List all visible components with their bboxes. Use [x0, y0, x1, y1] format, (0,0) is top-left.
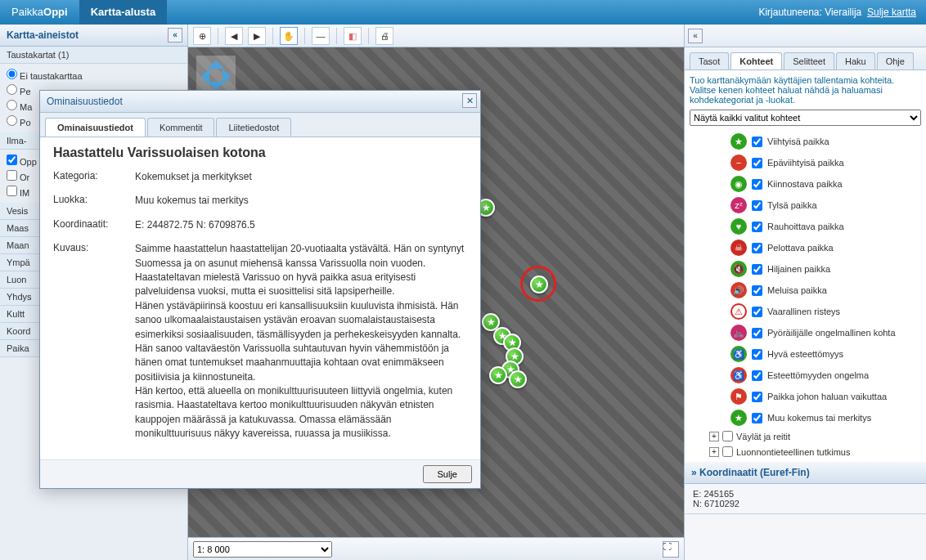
map-marker[interactable] [509, 370, 527, 388]
history-fwd-button[interactable]: ▶ [248, 27, 266, 45]
maximize-button[interactable]: ⛶ [663, 541, 679, 558]
category-list: ★Viihtyisä paikka−Epäviihtyisä paikka◉Ki… [690, 131, 921, 428]
history-back-button[interactable]: ◀ [225, 27, 243, 45]
tree-toggle[interactable]: + [709, 432, 719, 441]
dialog-tab-0[interactable]: Ominaisuustiedot [45, 118, 146, 137]
tree-toggle[interactable]: + [709, 447, 719, 457]
pan-up-arrow[interactable] [208, 52, 224, 69]
tree-item: +Luonnontieteellinen tutkimus [690, 444, 921, 459]
category-icon: ◉ [730, 176, 747, 192]
category-checkbox[interactable] [752, 328, 762, 338]
zoom-extent-button[interactable]: ⊕ [193, 27, 211, 45]
category-checkbox[interactable] [752, 243, 762, 253]
category-item: ★Muu kokemus tai merkitys [690, 407, 921, 428]
top-bar: PaikkaOppi Kartta-alusta Kirjautuneena: … [0, 0, 926, 25]
category-item: ♿Hyvä esteettömyys [690, 343, 921, 365]
category-checkbox[interactable] [752, 349, 762, 360]
targets-select[interactable]: Näytä kaikki valitut kohteet [690, 110, 921, 126]
category-label: Meluisa paikka [767, 285, 827, 295]
basemap-radio[interactable]: Ei taustakarttaa [7, 67, 181, 83]
close-icon[interactable]: ✕ [462, 93, 477, 108]
category-checkbox[interactable] [752, 158, 762, 168]
category-checkbox[interactable] [752, 264, 762, 275]
tool-button[interactable]: ◧ [344, 27, 362, 45]
tab-tasot[interactable]: Tasot [690, 52, 729, 69]
properties-dialog: Ominaisuustiedot ✕ OminaisuustiedotKomme… [39, 90, 481, 489]
collapse-left-button[interactable]: « [168, 28, 182, 43]
category-icon: 🔇 [730, 261, 747, 277]
category-checkbox[interactable] [752, 179, 762, 190]
category-item: zᶻTylsä paikka [690, 195, 921, 216]
category-checkbox[interactable] [752, 222, 762, 232]
category-icon: 🚲 [730, 325, 747, 341]
category-icon: ⚑ [730, 388, 747, 405]
category-label: Esteettömyyden ongelma [767, 370, 869, 380]
category-icon: ⚠ [730, 303, 747, 320]
category-label: Hiljainen paikka [767, 264, 830, 274]
tree-item: +Väylät ja reitit [690, 428, 921, 444]
login-status: Kirjautuneena: Vierailija Sulje kartta [748, 0, 926, 25]
category-item: ☠Pelottava paikka [690, 237, 921, 258]
category-checkbox[interactable] [752, 413, 762, 423]
category-checkbox[interactable] [752, 307, 762, 317]
ruler-icon: — [317, 31, 326, 41]
right-info-text: Tuo karttanäkymään käyttäjien tallentami… [690, 75, 921, 105]
category-icon: − [730, 155, 747, 171]
category-icon: ♥ [730, 218, 747, 235]
category-item: 🔇Hiljainen paikka [690, 258, 921, 280]
field-value: Muu kokemus tai merkitys [135, 194, 467, 208]
tree-checkbox[interactable] [722, 446, 733, 457]
category-label: Hyvä esteettömyys [767, 349, 843, 359]
category-item: ⚠Vaarallinen risteys [690, 301, 921, 322]
tab-haku[interactable]: Haku [836, 52, 875, 69]
close-map-link[interactable]: Sulje kartta [867, 7, 916, 18]
dialog-heading: Haastattelu Varissuolaisen kotona [53, 146, 467, 160]
category-item: ♿Esteettömyyden ongelma [690, 365, 921, 386]
category-icon: ★ [730, 410, 747, 426]
category-item: ★Viihtyisä paikka [690, 131, 921, 152]
tab-ohje[interactable]: Ohje [877, 52, 914, 69]
right-body: Tuo karttanäkymään käyttäjien tallentami… [685, 70, 926, 462]
arrow-right-icon: ▶ [254, 31, 260, 41]
brand: PaikkaOppi [0, 0, 79, 25]
close-button[interactable]: Sulje [423, 465, 472, 483]
pan-button[interactable]: ✋ [280, 27, 298, 45]
dialog-tabs: OminaisuustiedotKommentitLiitetiedostot [40, 113, 480, 137]
map-marker[interactable] [530, 276, 548, 293]
tab-kohteet[interactable]: Kohteet [730, 52, 782, 69]
basemaps-header[interactable]: Taustakartat (1) [0, 47, 187, 64]
category-checkbox[interactable] [752, 392, 762, 402]
category-checkbox[interactable] [752, 285, 762, 296]
tree-checkbox[interactable] [722, 431, 733, 441]
coord-header[interactable]: » Koordinaatit (Euref-Fin) [685, 462, 926, 484]
category-item: ◉Kiinnostava paikka [690, 173, 921, 195]
category-label: Paikka johon haluan vaikuttaa [767, 392, 887, 401]
scale-select[interactable]: 1: 8 000 [193, 541, 332, 558]
collapse-right-button[interactable]: « [688, 29, 703, 43]
coord-values: E: 245165 N: 6710292 [685, 484, 926, 513]
category-item: ♥Rauhoittava paikka [690, 216, 921, 237]
category-checkbox[interactable] [752, 137, 762, 147]
category-icon: ☠ [730, 240, 747, 256]
category-label: Muu kokemus tai merkitys [767, 413, 871, 423]
dialog-tab-2[interactable]: Liitetiedostot [216, 118, 291, 137]
print-button[interactable]: 🖨 [375, 27, 393, 45]
map-marker[interactable] [489, 366, 507, 384]
category-label: Rauhoittava paikka [767, 222, 844, 231]
pan-left-arrow[interactable] [193, 69, 209, 85]
pan-right-arrow[interactable] [223, 69, 239, 85]
dialog-title[interactable]: Ominaisuustiedot ✕ [40, 91, 480, 113]
field-label: Koordinaatit: [53, 218, 135, 232]
map-bottom-bar: 1: 8 000 ⛶ [188, 537, 684, 560]
dialog-tab-1[interactable]: Kommentit [147, 118, 215, 137]
tab-map-platform[interactable]: Kartta-alusta [79, 0, 167, 25]
left-panel-header: Kartta-aineistot « [0, 25, 187, 47]
tab-selitteet[interactable]: Selitteet [784, 52, 834, 69]
field-value: Kokemukset ja merkitykset [135, 170, 467, 184]
field-label: Luokka: [53, 194, 135, 208]
category-checkbox[interactable] [752, 200, 762, 211]
arrow-left-icon: ◀ [231, 31, 237, 41]
category-checkbox[interactable] [752, 370, 762, 381]
measure-button[interactable]: — [312, 27, 330, 45]
field-value: Saimme haastattelun haastattelijan 20-vu… [135, 242, 467, 441]
